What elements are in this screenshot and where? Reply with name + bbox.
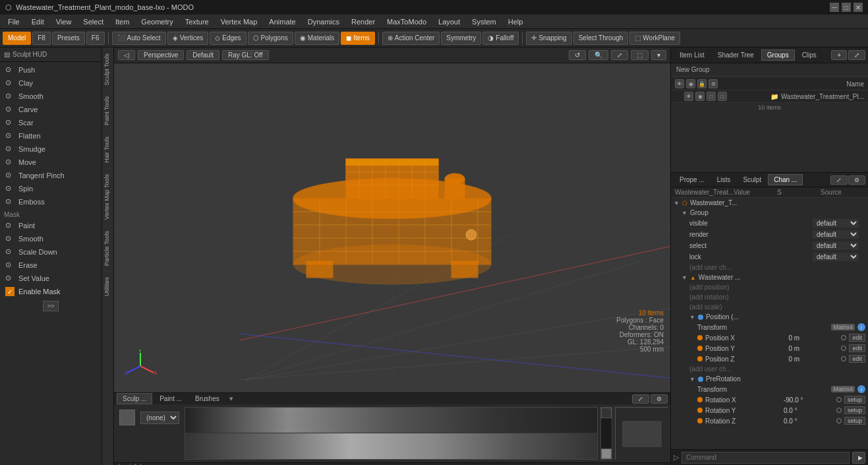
vp-search-button[interactable]: 🔍 xyxy=(589,50,608,60)
subicon-1[interactable]: 👁 xyxy=(684,92,693,101)
titlebar-controls[interactable]: ─ □ ✕ xyxy=(830,3,863,12)
tree-icon-lock[interactable]: 🔒 xyxy=(697,79,707,88)
side-tab-particle[interactable]: Particle Tools xyxy=(102,225,113,271)
tool-emboss[interactable]: ⊙ Emboss xyxy=(0,195,101,208)
tool-flatten[interactable]: ⊙ Flatten xyxy=(0,129,101,142)
tree-icon-render[interactable]: ◉ xyxy=(686,79,695,88)
tool-scale-down[interactable]: ⊙ Scale Down xyxy=(0,245,101,259)
menu-edit[interactable]: Edit xyxy=(26,16,49,27)
vp-orbit-button[interactable]: ↺ xyxy=(569,50,586,60)
tree-icon-eye[interactable]: 👁 xyxy=(675,79,684,88)
prop-wastewater-mesh[interactable]: ▼ ▲ Wastewater ... xyxy=(671,272,868,282)
prop-group[interactable]: ▼ Group xyxy=(671,208,868,218)
menu-help[interactable]: Help xyxy=(503,16,529,27)
bottom-settings-button[interactable]: ⚙ xyxy=(651,394,668,404)
tool-scar[interactable]: ⊙ Scar xyxy=(0,116,101,129)
prop-pos-x-value[interactable]: 0 m xyxy=(788,334,841,342)
vp-fit-button[interactable]: ⤢ xyxy=(611,50,628,60)
subicon-4[interactable]: □ xyxy=(718,92,727,101)
f8-button[interactable]: F8 xyxy=(32,32,51,45)
tool-erase[interactable]: ⊙ Erase xyxy=(0,259,101,272)
rot-y-setup-button[interactable]: setup xyxy=(844,406,865,414)
tool-smooth[interactable]: ⊙ Smooth xyxy=(0,90,101,103)
menu-system[interactable]: System xyxy=(467,16,502,27)
rot-z-setup-button[interactable]: setup xyxy=(844,417,865,425)
prop-rot-x-value[interactable]: -90.0 ° xyxy=(784,396,836,404)
presets-button[interactable]: Presets xyxy=(52,32,85,45)
tool-carve[interactable]: ⊙ Carve xyxy=(0,103,101,116)
bottom-tab-paint[interactable]: Paint ... xyxy=(154,393,188,404)
side-tab-sculpt[interactable]: Sculpt Tools xyxy=(102,47,113,90)
prop-tab-properties[interactable]: Prope ... xyxy=(674,174,710,185)
vp-back-button[interactable]: ◁ xyxy=(118,50,135,60)
menu-item[interactable]: Item xyxy=(110,16,134,27)
menu-dynamics[interactable]: Dynamics xyxy=(303,16,345,27)
bottom-tab-brushes[interactable]: Brushes xyxy=(189,393,225,404)
command-run-button[interactable]: ▶ xyxy=(852,452,865,464)
menu-vertex-map[interactable]: Vertex Map xyxy=(216,16,263,27)
auto-select-button[interactable]: ⬛ Auto Select xyxy=(112,32,166,45)
prop-lock-select[interactable]: default xyxy=(813,253,859,261)
vp-mode-label[interactable]: Perspective xyxy=(138,50,184,60)
symmetry-button[interactable]: Symmetry xyxy=(441,32,481,45)
prop-render-select[interactable]: default xyxy=(813,230,859,239)
side-tab-vertex-map[interactable]: Vertex Map Tools xyxy=(102,168,113,225)
pos-y-edit-button[interactable]: edit xyxy=(849,344,865,352)
menu-file[interactable]: File xyxy=(3,16,25,27)
enable-mask-checkbox[interactable]: ✓ xyxy=(5,287,14,296)
close-button[interactable]: ✕ xyxy=(854,3,863,12)
tool-push[interactable]: ⊙ Push xyxy=(0,63,101,77)
menu-render[interactable]: Render xyxy=(346,16,380,27)
brush-preset-select[interactable]: (none) xyxy=(140,412,179,424)
prop-rot-y-value[interactable]: 0.0 ° xyxy=(784,407,836,414)
items-button[interactable]: ◼ Items xyxy=(341,32,374,45)
tab-item-list[interactable]: Item List xyxy=(674,49,710,61)
menu-select[interactable]: Select xyxy=(78,16,109,27)
prop-add-rotation[interactable]: (add rotation) xyxy=(671,292,868,302)
tool-spin[interactable]: ⊙ Spin xyxy=(0,182,101,195)
maximize-button[interactable]: □ xyxy=(842,3,851,12)
edges-button[interactable]: ◇ Edges xyxy=(210,32,246,45)
menu-view[interactable]: View xyxy=(51,16,77,27)
menu-texture[interactable]: Texture xyxy=(180,16,214,27)
prop-position-section[interactable]: ▼ Position (... xyxy=(671,312,868,322)
tab-groups[interactable]: Groups xyxy=(761,49,795,61)
prop-tab-sculpt[interactable]: Sculpt xyxy=(737,174,767,185)
vp-maximize-button[interactable]: ⬚ xyxy=(631,50,649,60)
vp-menu-button[interactable]: ▾ xyxy=(651,50,666,60)
prop-select-select[interactable]: default xyxy=(813,241,859,250)
pos-x-edit-button[interactable]: edit xyxy=(849,334,865,342)
prop-add-user-ch[interactable]: (add user ch... xyxy=(671,263,868,272)
brush-color-swatch[interactable] xyxy=(119,410,135,425)
prop-add-position[interactable]: (add position) xyxy=(671,282,868,292)
menu-maxtomodo[interactable]: MaxToModo xyxy=(382,16,432,27)
prop-pos-y-value[interactable]: 0 m xyxy=(788,345,841,352)
action-center-button[interactable]: ⊕ Action Center xyxy=(382,32,440,45)
falloff-button[interactable]: ◑ Falloff xyxy=(482,32,519,45)
vp-preset-label[interactable]: Default xyxy=(187,50,219,60)
workplane-button[interactable]: ⬚ WorkPlane xyxy=(629,32,680,45)
bottom-expand-button[interactable]: ⤢ xyxy=(632,394,649,404)
prop-prerotation[interactable]: ▼ PreRotation xyxy=(671,374,868,384)
prop-root[interactable]: ▼ ⬡ Wastewater_T... xyxy=(671,198,868,208)
prop-add-user-ch2[interactable]: (add user ch... xyxy=(671,364,868,374)
tool-clay[interactable]: ⊙ Clay xyxy=(0,77,101,90)
f6-button[interactable]: F6 xyxy=(86,32,105,45)
tool-smudge[interactable]: ⊙ Smudge xyxy=(0,142,101,156)
tool-move[interactable]: ⊙ Move xyxy=(0,156,101,169)
prop-rot-z-value[interactable]: 0.0 ° xyxy=(784,418,836,425)
right-expand-button[interactable]: ⤢ xyxy=(848,50,865,60)
minimize-button[interactable]: ─ xyxy=(830,3,839,12)
materials-button[interactable]: ◉ Materials xyxy=(295,32,340,45)
subicon-3[interactable]: □ xyxy=(707,92,716,101)
prop-expand-button[interactable]: ⤢ xyxy=(830,175,848,185)
side-tab-paint[interactable]: Paint Tools xyxy=(102,90,113,131)
bottom-tab-sculpt[interactable]: Sculp ... xyxy=(117,393,152,404)
command-input[interactable] xyxy=(681,452,850,464)
tree-icon-settings[interactable]: ⚙ xyxy=(709,79,718,88)
prop-tab-lists[interactable]: Lists xyxy=(711,174,737,185)
tab-clips[interactable]: Clips xyxy=(796,49,823,61)
subicon-2[interactable]: ◉ xyxy=(695,92,705,101)
prop-pos-z-value[interactable]: 0 m xyxy=(788,356,841,363)
expand-panel-button[interactable]: >> xyxy=(43,301,59,311)
